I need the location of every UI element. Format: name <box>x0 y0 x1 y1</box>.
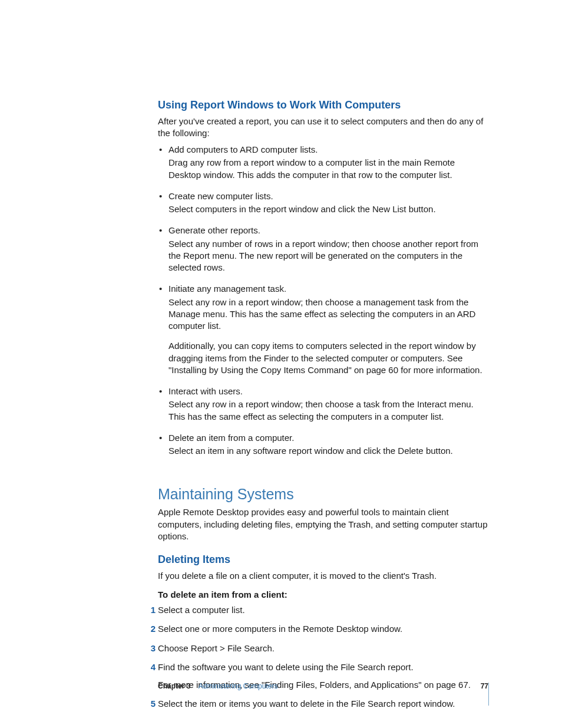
footer-left: Chapter 3 Administering Computers <box>158 682 277 690</box>
bullet-body: Select any row in a report window; then … <box>168 297 488 332</box>
bullet-body: Select any row in a report window; then … <box>168 398 488 423</box>
bullet-list: Add computers to ARD computer lists. Dra… <box>158 144 488 457</box>
step-number: 3 <box>145 643 156 654</box>
bullet-lead: Generate other reports. <box>168 225 488 236</box>
bullet-lead: Create new computer lists. <box>168 190 488 202</box>
step-text: Choose Report > File Search. <box>158 643 488 654</box>
step-text: Select the item or items you want to del… <box>158 698 488 710</box>
list-item: Interact with users. Select any row in a… <box>158 386 488 423</box>
bullet-body: Select any number of rows in a report wi… <box>168 238 488 274</box>
bullet-lead: Interact with users. <box>168 386 488 397</box>
bullet-lead: Delete an item from a computer. <box>168 432 488 444</box>
list-item: Initiate any management task. Select any… <box>158 283 488 376</box>
bullet-lead: Add computers to ARD computer lists. <box>168 144 488 156</box>
step-number: 1 <box>145 604 156 616</box>
bullet-body: Select an item in any software report wi… <box>168 445 488 457</box>
bullet-lead: Initiate any management task. <box>168 283 488 295</box>
page-number: 77 <box>481 682 488 690</box>
bullet-body: Select computers in the report window an… <box>168 203 488 215</box>
step-text: Select one or more computers in the Remo… <box>158 623 488 635</box>
list-item: Delete an item from a computer. Select a… <box>158 432 488 457</box>
heading-deleting-items: Deleting Items <box>158 553 488 566</box>
step-item: 1 Select a computer list. <box>158 604 488 616</box>
step-item: 2 Select one or more computers in the Re… <box>158 623 488 635</box>
intro-paragraph: After you've created a report, you can u… <box>158 116 488 140</box>
step-text: Find the software you want to delete usi… <box>158 661 488 673</box>
document-page: Using Report Windows to Work With Comput… <box>0 0 562 728</box>
step-item: 3 Choose Report > File Search. <box>158 643 488 654</box>
list-item: Create new computer lists. Select comput… <box>158 190 488 216</box>
chapter-label: Chapter 3 <box>158 682 190 690</box>
list-item: Generate other reports. Select any numbe… <box>158 225 488 274</box>
instruction-heading: To delete an item from a client: <box>158 589 488 601</box>
chapter-title: Administering Computers <box>199 682 278 690</box>
intro-paragraph: If you delete a file on a client compute… <box>158 570 488 582</box>
step-text: Select a computer list. <box>158 604 488 616</box>
numbered-steps: 1 Select a computer list. 2 Select one o… <box>158 604 488 710</box>
heading-maintaining-systems: Maintaining Systems <box>158 485 488 503</box>
page-footer: Chapter 3 Administering Computers 77 <box>158 682 488 690</box>
margin-rule <box>488 683 489 706</box>
intro-paragraph: Apple Remote Desktop provides easy and p… <box>158 506 488 542</box>
step-item: 5 Select the item or items you want to d… <box>158 698 488 710</box>
bullet-body: Drag any row from a report window to a c… <box>168 157 488 181</box>
heading-using-report-windows: Using Report Windows to Work With Comput… <box>158 98 488 112</box>
step-number: 5 <box>145 698 156 710</box>
list-item: Add computers to ARD computer lists. Dra… <box>158 144 488 181</box>
bullet-extra: Additionally, you can copy items to comp… <box>168 340 488 376</box>
step-number: 2 <box>145 623 156 635</box>
step-number: 4 <box>145 661 156 673</box>
